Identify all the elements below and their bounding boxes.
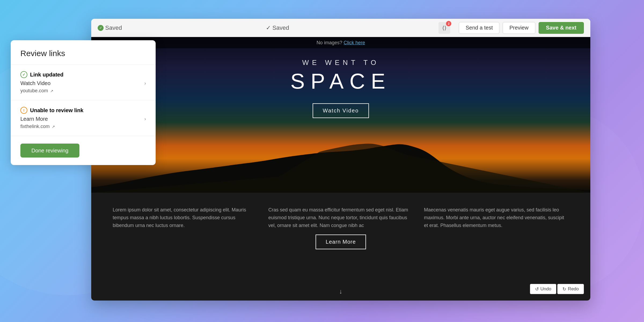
link-url-2-text: fixthelink.com [20, 124, 50, 129]
undo-icon: ↺ [535, 286, 539, 292]
undo-button[interactable]: ↺ Undo [530, 284, 557, 294]
link-item-1-header: ✓ Link updated [20, 71, 146, 78]
redo-icon: ↻ [562, 286, 566, 292]
redo-button[interactable]: ↻ Redo [557, 284, 584, 294]
link-label-row-1[interactable]: Watch Video › [20, 80, 146, 86]
link-item-2: ! Unable to review link Learn More › fix… [11, 100, 156, 136]
link-label-2: Learn More [20, 116, 48, 122]
email-editor: ✓ Saved ✓ Saved ⟨⟩ 2 Send a test Preview… [91, 19, 590, 301]
saved-left: ✓ Saved [98, 24, 122, 31]
link-label-row-2[interactable]: Learn More › [20, 116, 146, 122]
code-icon: ⟨⟩ [442, 25, 447, 31]
review-panel-footer: Done reviewing [11, 136, 156, 165]
no-images-bar: No images? Click here [91, 37, 590, 48]
hero-title: SPACE [91, 69, 590, 94]
content-col-1: Lorem ipsum dolor sit amet, consectetur … [113, 206, 258, 229]
link-status-1: ✓ Link updated [20, 71, 63, 78]
undo-label: Undo [540, 286, 551, 292]
done-reviewing-button[interactable]: Done reviewing [20, 144, 79, 158]
status-icon-warning: ! [20, 107, 27, 114]
save-next-button[interactable]: Save & next [539, 22, 584, 34]
chevron-right-icon-2: › [144, 116, 146, 122]
learn-more-button[interactable]: Learn More [316, 235, 366, 249]
link-status-2-label: Unable to review link [30, 107, 83, 114]
content-section: Lorem ipsum dolor sit amet, consectetur … [91, 193, 590, 263]
link-status-1-label: Link updated [30, 72, 63, 78]
mountain-silhouette [91, 139, 590, 193]
link-url-1-text: youtube.com [20, 88, 48, 94]
external-link-icon-2: ↗ [52, 125, 55, 129]
redo-label: Redo [568, 286, 579, 292]
saved-right: ✓ Saved [266, 24, 289, 31]
hero-subtitle: WE WENT TO [91, 58, 590, 67]
content-col-2-text: Cras sed quam eu massa efficitur ferment… [268, 206, 413, 229]
undo-redo-controls: ↺ Undo ↻ Redo [530, 284, 584, 294]
hero-section: WE WENT TO SPACE Watch Video [91, 37, 590, 193]
no-images-text: No images? [316, 40, 342, 46]
chevron-right-icon-1: › [144, 80, 146, 86]
toolbar-right: Send a test Preview Save & next [459, 22, 584, 34]
email-preview: No images? Click here WE WENT TO SPACE W… [91, 37, 590, 301]
content-col-3-text: Maecenas venenatis mauris eget augue var… [424, 206, 569, 229]
hero-text: WE WENT TO SPACE Watch Video [91, 58, 590, 118]
click-here-link[interactable]: Click here [344, 40, 365, 46]
link-item-1: ✓ Link updated Watch Video › youtube.com… [11, 65, 156, 100]
watch-video-button[interactable]: Watch Video [313, 103, 369, 118]
link-status-2: ! Unable to review link [20, 107, 83, 114]
link-label-1: Watch Video [20, 80, 50, 86]
preview-button[interactable]: Preview [503, 22, 535, 34]
content-col-3: Maecenas venenatis mauris eget augue var… [424, 206, 569, 229]
content-col-2: Cras sed quam eu massa efficitur ferment… [268, 206, 413, 249]
external-link-icon-1: ↗ [50, 89, 53, 93]
link-item-2-header: ! Unable to review link [20, 107, 146, 114]
saved-right-label: Saved [272, 24, 289, 31]
link-url-2: fixthelink.com ↗ [20, 124, 146, 129]
content-col-1-text: Lorem ipsum dolor sit amet, consectetur … [113, 206, 258, 229]
status-icon-success: ✓ [20, 71, 27, 78]
review-panel-header: Review links [11, 40, 156, 65]
check-icon-left: ✓ [98, 25, 104, 31]
notification-badge: 2 [446, 21, 451, 26]
saved-left-label: Saved [105, 24, 122, 31]
scroll-down-indicator: ↓ [339, 288, 342, 295]
send-test-button[interactable]: Send a test [459, 22, 499, 34]
toolbar: ✓ Saved ✓ Saved ⟨⟩ 2 Send a test Preview… [91, 19, 590, 37]
link-url-1: youtube.com ↗ [20, 88, 146, 94]
review-links-panel: Review links ✓ Link updated Watch Video … [11, 40, 156, 165]
review-panel-title: Review links [20, 49, 146, 58]
check-icon-right: ✓ [266, 24, 271, 31]
toolbar-icons: ⟨⟩ 2 [438, 22, 450, 34]
